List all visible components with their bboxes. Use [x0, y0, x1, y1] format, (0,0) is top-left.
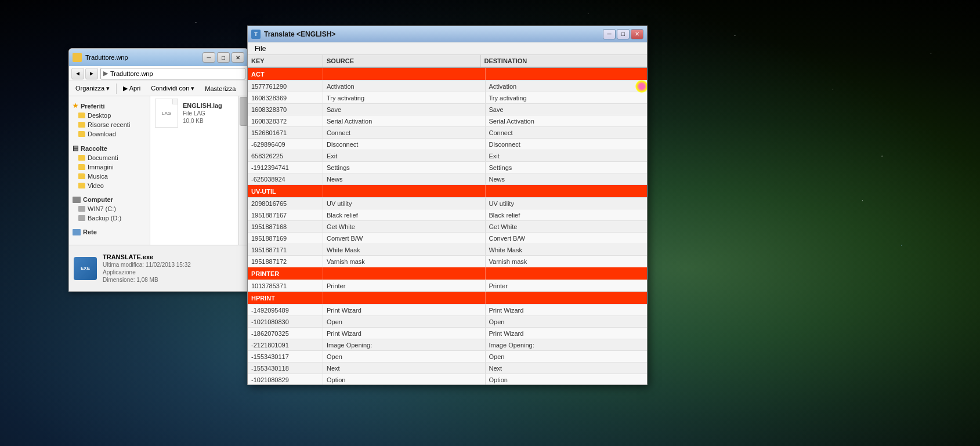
table-data-row[interactable]: 1577761290 Activation Activation: [248, 81, 647, 92]
forward-button[interactable]: ►: [85, 68, 98, 79]
table-data-row[interactable]: 1951887171 White Mask White Mask: [248, 244, 647, 256]
address-path-display[interactable]: ▶ Traduttore.wnp: [100, 68, 245, 79]
sidebar-item-win7c[interactable]: WIN7 (C:): [69, 204, 150, 213]
explorer-maximize-button[interactable]: □: [217, 52, 230, 63]
table-data-row[interactable]: -1862070325 Print Wizard Print Wizard: [248, 328, 647, 339]
download-folder-icon: [78, 131, 85, 137]
sidebar-collections-section: ▤ Raccolte Documenti Immagini Musica: [69, 141, 150, 193]
dest-cell[interactable]: Print Wizard: [486, 328, 648, 339]
dest-cell[interactable]: Settings: [486, 162, 648, 173]
file-item-english-lag[interactable]: LAG ENGLISH.lag File LAG 10,0 KB: [150, 96, 238, 130]
dest-cell[interactable]: Convert B/W: [486, 233, 648, 244]
translate-minimize-button[interactable]: ─: [603, 29, 616, 39]
table-data-row[interactable]: -2121801091 Image Opening: Image Opening…: [248, 339, 647, 351]
dest-cell[interactable]: White Mask: [486, 244, 648, 255]
table-data-row[interactable]: 1013785371 Printer Printer: [248, 280, 647, 292]
table-section-header[interactable]: UV-UTIL: [248, 185, 647, 198]
translate-titlebar: T Translate <ENGLISH> ─ □ ✕: [248, 26, 647, 42]
dest-cell[interactable]: Exit: [486, 150, 648, 161]
table-data-row[interactable]: 1951887172 Varnish mask Varnish mask: [248, 256, 647, 267]
table-data-row[interactable]: -1553430118 Next Next: [248, 362, 647, 374]
dest-cell[interactable]: News: [486, 173, 648, 184]
sidebar-network-label: Rete: [83, 229, 97, 235]
source-cell: White Mask: [323, 244, 486, 255]
table-data-row[interactable]: -1021080829 Option Option: [248, 374, 647, 385]
open-button[interactable]: ▶ Apri: [119, 82, 144, 95]
explorer-scrollbar[interactable]: [238, 96, 248, 245]
table-data-row[interactable]: -1912394741 Settings Settings: [248, 162, 647, 173]
table-data-row[interactable]: 1608328369 Try activating Try activating: [248, 92, 647, 104]
organize-button[interactable]: Organizza ▾: [71, 82, 114, 95]
dest-cell[interactable]: UV utility: [486, 198, 648, 209]
sidebar-favorites-header[interactable]: ★ Preferiti: [69, 101, 150, 111]
table-data-row[interactable]: 1526801671 Connect Connect: [248, 127, 647, 139]
dest-cell[interactable]: Try activating: [486, 92, 648, 103]
dest-cell[interactable]: Serial Activation: [486, 115, 648, 126]
explorer-sidebar: ★ Preferiti Desktop Risorse recenti Down…: [69, 96, 150, 245]
dest-cell[interactable]: Printer: [486, 280, 648, 291]
explorer-close-button[interactable]: ✕: [232, 52, 244, 63]
dest-cell[interactable]: Next: [486, 362, 648, 374]
table-section-header[interactable]: PRINTER: [248, 267, 647, 280]
section-key-cell: ACT: [248, 68, 323, 80]
table-data-row[interactable]: -629896409 Disconnect Disconnect: [248, 139, 647, 150]
dest-cell[interactable]: Get White: [486, 221, 648, 232]
dest-cell[interactable]: Connect: [486, 127, 648, 138]
table-data-row[interactable]: -1492095489 Print Wizard Print Wizard: [248, 304, 647, 316]
sidebar-item-immagini[interactable]: Immagini: [69, 162, 150, 172]
table-body[interactable]: ACT 1577761290 Activation Activation 160…: [248, 68, 647, 385]
dest-cell[interactable]: Open: [486, 316, 648, 327]
table-data-row[interactable]: 1608328370 Save Save: [248, 104, 647, 115]
dest-cell[interactable]: Activation: [486, 81, 648, 92]
table-section-header[interactable]: HPRINT: [248, 292, 647, 304]
sidebar-item-desktop[interactable]: Desktop: [69, 111, 150, 120]
dest-cell[interactable]: Varnish mask: [486, 256, 648, 267]
menu-file[interactable]: File: [250, 43, 270, 54]
translate-menubar: File: [248, 42, 647, 55]
key-cell: 1577761290: [248, 81, 323, 92]
table-data-row[interactable]: 1951887167 Black relief Black relief: [248, 209, 647, 221]
sidebar-item-recent[interactable]: Risorse recenti: [69, 120, 150, 129]
table-data-row[interactable]: -625038924 News News: [248, 173, 647, 185]
table-data-row[interactable]: 1608328372 Serial Activation Serial Acti…: [248, 115, 647, 127]
sidebar-collections-header[interactable]: ▤ Raccolte: [69, 143, 150, 153]
key-cell: 1013785371: [248, 280, 323, 291]
burn-button[interactable]: Masterizza: [201, 82, 240, 95]
key-cell: -1492095489: [248, 304, 323, 316]
sidebar-computer-section: Computer WIN7 (C:) Backup (D:): [69, 193, 150, 225]
table-data-row[interactable]: 2098016765 UV utility UV utility: [248, 198, 647, 209]
section-dest-cell: [486, 267, 648, 280]
table-data-row[interactable]: 658326225 Exit Exit: [248, 150, 647, 162]
table-section-header[interactable]: ACT: [248, 68, 647, 81]
dest-cell[interactable]: Image Opening:: [486, 339, 648, 350]
sidebar-network-header[interactable]: Rete: [69, 227, 150, 237]
dest-cell[interactable]: Option: [486, 374, 648, 385]
sidebar-computer-header[interactable]: Computer: [69, 195, 150, 204]
musica-icon: [78, 173, 85, 179]
scrollbar-thumb[interactable]: [240, 97, 248, 126]
table-data-row[interactable]: -1553430117 Open Open: [248, 351, 647, 362]
table-data-row[interactable]: 1951887168 Get White Get White: [248, 221, 647, 233]
sidebar-item-documenti[interactable]: Documenti: [69, 153, 150, 162]
share-button[interactable]: Condividi con ▾: [147, 82, 198, 95]
dest-cell[interactable]: Save: [486, 104, 648, 115]
dest-cell[interactable]: Disconnect: [486, 139, 648, 150]
translate-maximize-button[interactable]: □: [617, 29, 630, 39]
table-data-row[interactable]: -1021080830 Open Open: [248, 316, 647, 328]
back-button[interactable]: ◄: [71, 68, 84, 79]
sidebar-item-download[interactable]: Download: [69, 129, 150, 139]
file-size-english: 10,0 KB: [183, 118, 222, 124]
sidebar-item-backupd[interactable]: Backup (D:): [69, 213, 150, 223]
dest-cell[interactable]: Black relief: [486, 209, 648, 220]
translate-close-button[interactable]: ✕: [631, 29, 643, 39]
explorer-minimize-button[interactable]: ─: [202, 52, 215, 63]
sidebar-item-musica[interactable]: Musica: [69, 172, 150, 181]
source-cell: Get White: [323, 221, 486, 232]
dest-cell[interactable]: Print Wizard: [486, 304, 648, 316]
key-cell: -1553430118: [248, 362, 323, 374]
sidebar-item-video[interactable]: Video: [69, 181, 150, 190]
translate-window-controls: ─ □ ✕: [603, 29, 643, 39]
table-data-row[interactable]: 1951887169 Convert B/W Convert B/W: [248, 233, 647, 244]
key-cell: 1951887167: [248, 209, 323, 220]
dest-cell[interactable]: Open: [486, 351, 648, 362]
